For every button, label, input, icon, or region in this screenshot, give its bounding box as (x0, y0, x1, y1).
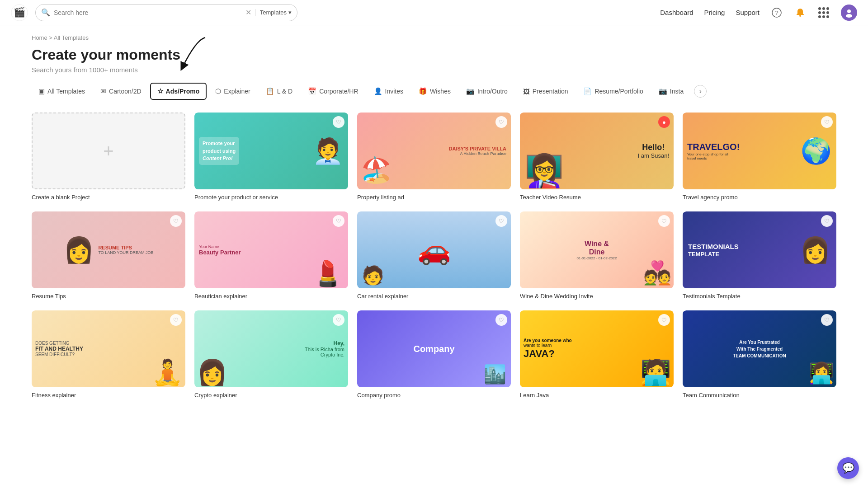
notification-icon[interactable] (794, 6, 807, 19)
java-character: 🧑‍💻 (640, 358, 671, 387)
template-card-resume-tips[interactable]: 👩 RESUME TIPS TO LAND YOUR DREAM JOB ♡ R… (32, 211, 185, 300)
tab-wishes[interactable]: 🎁 Wishes (412, 83, 458, 99)
promote-text1: Promote your (203, 140, 236, 147)
template-thumb-resume-tips: 👩 RESUME TIPS TO LAND YOUR DREAM JOB ♡ (32, 211, 185, 288)
logo[interactable]: 🎬 (11, 4, 28, 21)
template-card-java[interactable]: 🧑‍💻 Are you someone who wants to learn J… (520, 310, 674, 399)
template-thumb-blank: + (32, 113, 185, 189)
wine-heart-btn[interactable]: ♡ (658, 215, 670, 227)
help-icon[interactable]: ? (770, 6, 783, 19)
property-title: DAISY'S PRIVATE VILLA (449, 146, 507, 151)
tab-cartoon-label: Cartoon/2D (109, 88, 142, 95)
beautician-heart-btn[interactable]: ♡ (333, 215, 344, 227)
promote-heart-btn[interactable]: ♡ (333, 116, 344, 128)
tab-presentation[interactable]: 🖼 Presentation (516, 84, 575, 99)
template-card-wine[interactable]: Wine & Dine 01-01-2022 - 01-02-2022 💑 ♡ … (520, 211, 674, 300)
tab-ads-icon: ☆ (157, 87, 163, 95)
tab-cartoon[interactable]: ✉ Cartoon/2D (94, 83, 148, 99)
template-label-fitness: Fitness explainer (32, 392, 185, 399)
template-card-fitness[interactable]: 🧘 DOES GETTING FIT AND HEALTHY SEEM DIFF… (32, 310, 185, 399)
tabs-next-chevron[interactable]: › (694, 85, 707, 98)
template-label-testimonials: Testimonials Template (683, 293, 836, 300)
template-thumb-teacher: 👩‍🏫 Hello! I am Susan! ● (520, 113, 674, 189)
resume-tips-heart-btn[interactable]: ♡ (170, 215, 182, 227)
beautician-character: 💄 (312, 259, 344, 288)
tab-explainer[interactable]: ⬡ Explainer (208, 83, 257, 99)
chevron-down-icon: ▾ (288, 9, 292, 16)
resume-tips-thumb-inner: 👩 RESUME TIPS TO LAND YOUR DREAM JOB (32, 211, 185, 288)
company-character: 🏙️ (484, 364, 506, 385)
testimonials-heart-btn[interactable]: ♡ (821, 215, 833, 227)
company-heart-btn[interactable]: ♡ (495, 314, 507, 326)
logo-icon: 🎬 (11, 4, 28, 21)
nav-support[interactable]: Support (736, 9, 760, 16)
tab-explainer-label: Explainer (224, 88, 250, 95)
tab-wishes-label: Wishes (430, 88, 451, 95)
tab-intro[interactable]: 📷 Intro/Outro (459, 83, 514, 99)
page-title: Create your moments (32, 47, 836, 63)
template-card-blank[interactable]: + Create a blank Project (32, 113, 185, 201)
blank-thumb-inner: + (32, 113, 185, 189)
teacher-hello: Hello! (638, 143, 669, 152)
tab-insta[interactable]: 📷 Insta (652, 83, 690, 99)
search-scope-dropdown[interactable]: Templates ▾ (255, 9, 292, 16)
template-card-testimonials[interactable]: TESTIMONIALS TEMPLATE 👩 ♡ Testimonials T… (683, 211, 836, 300)
promote-character: 🧑‍💼 (312, 139, 344, 164)
testimonials-thumb-inner: TESTIMONIALS TEMPLATE 👩 (683, 211, 836, 288)
crypto-heart-btn[interactable]: ♡ (333, 314, 344, 326)
company-thumb-inner: Company 🏙️ (357, 310, 511, 387)
tab-resume[interactable]: 📄 Resume/Portfolio (576, 83, 650, 99)
teacher-heart-btn[interactable]: ● (658, 116, 670, 128)
teamcom-line1: Are You Frustrated (733, 339, 786, 346)
java-heart-btn[interactable]: ♡ (658, 314, 670, 326)
template-card-travel[interactable]: TRAVELGO! Your one-stop shop for all tra… (683, 113, 836, 201)
nav-dashboard[interactable]: Dashboard (660, 9, 693, 16)
svg-point-6 (846, 14, 852, 18)
template-card-teamcom[interactable]: Are You Frustrated With The Fragmented T… (683, 310, 836, 399)
template-card-beautician[interactable]: 💄 Your Name Beauty Partner ♡ Beautician … (194, 211, 348, 300)
breadcrumb-home[interactable]: Home (32, 34, 47, 41)
template-card-property[interactable]: 🏖️ DAISY'S PRIVATE VILLA A Hidden Beach … (357, 113, 511, 201)
template-label-crypto: Crypto explainer (194, 392, 348, 399)
nav-links: Dashboard Pricing Support ? (660, 5, 857, 21)
tab-all-templates[interactable]: ▣ All Templates (32, 83, 92, 99)
tab-invites[interactable]: 👤 Invites (367, 83, 410, 99)
property-heart-btn[interactable]: ♡ (495, 116, 507, 128)
teamcom-line3: TEAM COMMUNICATION (733, 352, 786, 359)
apps-grid-icon[interactable] (817, 6, 830, 19)
search-input[interactable] (54, 9, 242, 16)
tab-corporate-label: Corporate/HR (319, 88, 358, 95)
fitness-heart-btn[interactable]: ♡ (170, 314, 182, 326)
template-card-car[interactable]: 🚗 🧑 ♡ Car rental explainer (357, 211, 511, 300)
svg-point-4 (799, 15, 801, 17)
template-label-java: Learn Java (520, 392, 674, 399)
template-thumb-beautician: 💄 Your Name Beauty Partner ♡ (194, 211, 348, 288)
tab-intro-icon: 📷 (466, 87, 475, 95)
template-card-promote[interactable]: Promote your product using Content Pro! … (194, 113, 348, 201)
template-card-teacher[interactable]: 👩‍🏫 Hello! I am Susan! ● Teacher Video R… (520, 113, 674, 201)
promote-thumb-inner: Promote your product using Content Pro! … (194, 113, 348, 189)
teamcom-heart-btn[interactable]: ♡ (821, 314, 833, 326)
tab-corporate[interactable]: 📅 Corporate/HR (301, 83, 365, 99)
fitness-character: 🧘 (152, 358, 183, 387)
template-card-company[interactable]: Company 🏙️ ♡ Company promo (357, 310, 511, 399)
tab-explainer-icon: ⬡ (215, 87, 221, 95)
travel-heart-btn[interactable]: ♡ (821, 116, 833, 128)
tab-insta-icon: 📷 (659, 87, 667, 95)
teamcom-character: 👩‍💻 (809, 361, 834, 385)
nav-pricing[interactable]: Pricing (704, 9, 725, 16)
car-heart-btn[interactable]: ♡ (495, 215, 507, 227)
template-card-crypto[interactable]: 👩 Hey, This is Richa from Crypto Inc. ♡ … (194, 310, 348, 399)
user-avatar[interactable] (841, 5, 857, 21)
tab-ads-promo[interactable]: ☆ Ads/Promo (150, 83, 207, 100)
teacher-text-block: Hello! I am Susan! (638, 143, 669, 159)
testimonials-character: 👩 (800, 235, 831, 265)
java-line1: Are you someone who (524, 338, 572, 343)
tab-ld[interactable]: 📋 L & D (259, 83, 300, 99)
template-thumb-property: 🏖️ DAISY'S PRIVATE VILLA A Hidden Beach … (357, 113, 511, 189)
beautician-text-block: Your Name Beauty Partner (199, 244, 241, 256)
svg-point-5 (847, 9, 851, 13)
tab-insta-label: Insta (670, 88, 684, 95)
search-clear-icon[interactable]: ✕ (245, 8, 251, 17)
fitness-text-block: DOES GETTING FIT AND HEALTHY SEEM DIFFIC… (35, 341, 83, 357)
